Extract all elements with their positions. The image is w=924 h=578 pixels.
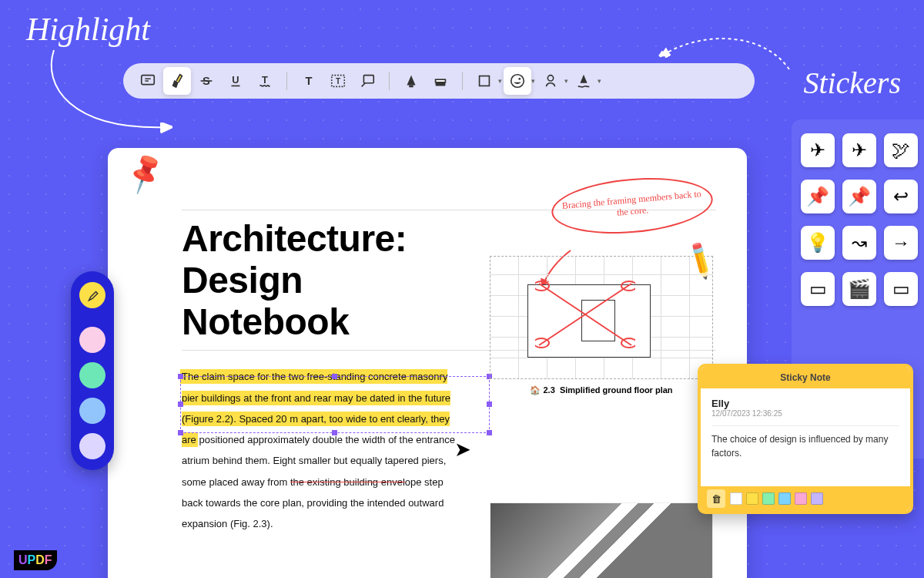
stamp-tool[interactable]	[504, 67, 531, 95]
sticker-arrow-right[interactable]: →	[884, 226, 918, 260]
color-palette	[71, 271, 114, 470]
sticker-tool[interactable]	[537, 67, 564, 95]
sticky-color-swatch[interactable]	[811, 492, 823, 505]
svg-rect-0	[142, 76, 155, 85]
sticker-pushpin-red[interactable]: 📌	[801, 180, 835, 213]
sticker-sign[interactable]: ▭	[884, 272, 918, 306]
sticky-color-swatch[interactable]	[762, 492, 775, 505]
svg-point-14	[511, 75, 524, 88]
sticky-color-swatch[interactable]	[795, 492, 807, 505]
cursor-pointer-icon: ➤	[454, 438, 471, 462]
divider	[462, 72, 463, 90]
highlight-selection-box[interactable]	[180, 376, 490, 433]
chevron-down-icon: ▾	[531, 77, 535, 85]
callout-tool[interactable]	[353, 67, 381, 95]
sticker-origami[interactable]: 🕊	[884, 133, 918, 167]
highlighter-tool[interactable]	[163, 67, 191, 95]
sticky-note-footer: 🗑	[701, 486, 910, 511]
document-page: 📌 Architecture: Design Notebook The clai…	[108, 148, 747, 578]
sticker-arrow-squiggle[interactable]: ↝	[842, 226, 876, 260]
color-swatch[interactable]	[79, 433, 105, 459]
sticky-color-swatch[interactable]	[730, 492, 742, 505]
stickers-anno-label: Stickers	[803, 65, 901, 101]
shape-tool[interactable]	[470, 67, 498, 95]
underline-tool[interactable]: U	[222, 67, 249, 95]
building-photo	[490, 502, 713, 578]
color-swatch[interactable]	[79, 398, 105, 424]
sticky-color-swatch[interactable]	[778, 492, 791, 505]
eraser-tool[interactable]	[427, 67, 454, 95]
chevron-down-icon: ▾	[598, 77, 601, 85]
annotation-toolbar: S U T T T ▾ ▾ ▾ ▾	[123, 63, 755, 99]
divider	[286, 72, 287, 90]
svg-text:T: T	[262, 74, 268, 86]
pushpin-icon: 📌	[121, 150, 168, 196]
sticker-paper-plane[interactable]: ✈	[801, 133, 835, 167]
eyedropper-button[interactable]	[79, 282, 105, 308]
chevron-down-icon: ▾	[564, 77, 568, 85]
pencil-tool[interactable]	[397, 67, 425, 95]
sticker-clapperboard[interactable]: 🎬	[842, 272, 876, 306]
sticker-pushpin-green[interactable]: 📌	[842, 180, 876, 213]
svg-text:T: T	[336, 77, 341, 86]
textbox-tool[interactable]: T	[324, 67, 352, 95]
svg-rect-13	[480, 76, 490, 86]
comment-tool[interactable]	[134, 67, 162, 95]
svg-point-15	[518, 78, 521, 80]
sticky-note[interactable]: Sticky Note Elly 12/07/2023 12:36:25 The…	[698, 364, 913, 514]
svg-text:T: T	[306, 75, 313, 87]
strikethrough-tool[interactable]: S	[192, 67, 220, 95]
struck-text: the existing building envel	[290, 476, 405, 488]
highlight-anno-label: Highlight	[26, 11, 150, 48]
color-swatch[interactable]	[79, 362, 105, 388]
squiggly-tool[interactable]: T	[251, 67, 279, 95]
color-swatch[interactable]	[79, 327, 105, 353]
svg-rect-9	[363, 76, 373, 83]
text-tool[interactable]: T	[295, 67, 323, 95]
sticky-note-message[interactable]: The choice of design is influenced by ma…	[711, 432, 899, 479]
svg-rect-12	[436, 79, 446, 82]
sticky-note-header: Sticky Note	[701, 367, 910, 388]
signature-tool[interactable]	[570, 67, 598, 95]
sticky-color-swatch[interactable]	[746, 492, 758, 505]
divider	[389, 72, 390, 90]
svg-point-16	[547, 76, 553, 81]
figure-caption: 🏠 2.3 Simplified ground floor plan	[490, 385, 713, 395]
svg-text:U: U	[232, 74, 239, 86]
sticker-eraser[interactable]: ▭	[801, 272, 835, 306]
chevron-down-icon: ▾	[498, 77, 502, 85]
sticker-arrow-curve[interactable]: ↩	[884, 180, 918, 213]
sticky-note-timestamp: 12/07/2023 12:36:25	[711, 409, 899, 418]
sticker-lightbulb[interactable]: 💡	[801, 226, 835, 260]
floor-plan-figure: Bracing the framing members back to the …	[490, 256, 713, 425]
delete-button[interactable]: 🗑	[707, 489, 725, 508]
svg-rect-10	[409, 86, 413, 88]
sticker-paper-plane-alt[interactable]: ✈	[842, 133, 876, 167]
sticky-note-author: Elly	[711, 398, 899, 409]
updf-logo: UPDF	[14, 550, 57, 570]
